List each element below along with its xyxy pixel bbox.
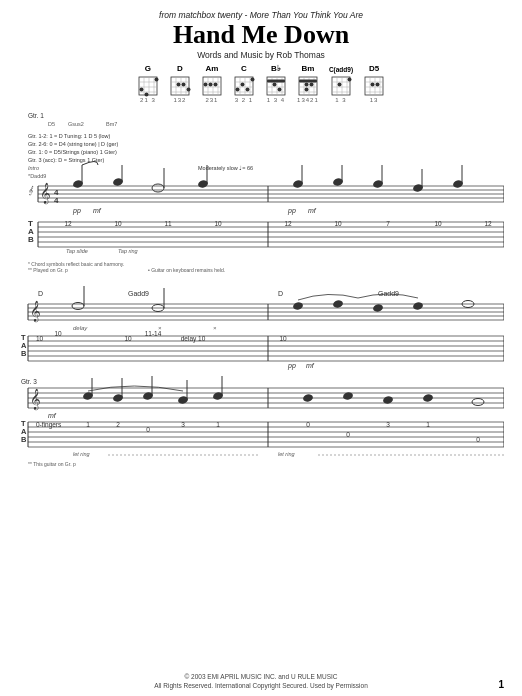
- score-area: Gtr. 1 D5 Gsus2 Bm7 Gtr. 1-2: 1 = D Tuni…: [18, 108, 504, 653]
- svg-text:pp: pp: [287, 362, 296, 370]
- svg-point-8: [144, 92, 148, 96]
- svg-text:Gadd9: Gadd9: [128, 290, 149, 297]
- chord-g: G 21 3: [137, 64, 159, 103]
- svg-point-169: [332, 299, 343, 308]
- footer: © 2003 EMI APRIL MUSIC INC. and U RULE M…: [0, 672, 522, 690]
- svg-text:7: 7: [386, 220, 390, 227]
- svg-text:0-fingers: 0-fingers: [36, 421, 62, 429]
- svg-point-7: [139, 87, 143, 91]
- svg-text:10: 10: [114, 220, 122, 227]
- svg-text:B: B: [21, 349, 27, 358]
- svg-point-170: [372, 303, 383, 312]
- svg-text:1: 1: [216, 421, 220, 428]
- svg-text:Tap slide: Tap slide: [66, 248, 88, 254]
- svg-rect-30: [235, 77, 253, 95]
- svg-text:Gadd9: Gadd9: [378, 290, 399, 297]
- svg-text:0: 0: [146, 426, 150, 433]
- svg-text:12: 12: [484, 220, 492, 227]
- svg-text:2: 2: [116, 421, 120, 428]
- subtitle: from matchbox twenty - More Than You Thi…: [18, 10, 504, 20]
- svg-text:𝄞: 𝄞: [28, 185, 34, 196]
- chord-cadd9: C(add9) 1 3: [329, 66, 353, 103]
- svg-point-61: [304, 87, 308, 91]
- header: from matchbox twenty - More Than You Thi…: [18, 10, 504, 60]
- svg-text:Bm7: Bm7: [106, 121, 117, 127]
- svg-text:3: 3: [386, 421, 390, 428]
- svg-text:Intro: Intro: [28, 165, 39, 171]
- svg-text:10: 10: [214, 220, 222, 227]
- svg-point-17: [176, 82, 180, 86]
- svg-point-49: [272, 82, 276, 86]
- svg-point-27: [203, 82, 207, 86]
- svg-text:D5: D5: [48, 121, 55, 127]
- svg-text:B: B: [28, 235, 34, 244]
- chord-bm: Bm 13421: [297, 64, 319, 103]
- svg-text:𝄞: 𝄞: [30, 300, 41, 323]
- copyright-line2: All Rights Reserved. International Copyr…: [0, 681, 522, 690]
- svg-point-78: [371, 82, 375, 86]
- svg-text:Gtr. 3: Gtr. 3: [21, 378, 37, 385]
- svg-text:mf: mf: [93, 207, 102, 214]
- svg-point-168: [292, 301, 303, 310]
- svg-point-220: [422, 393, 433, 402]
- svg-text:*Dadd9: *Dadd9: [28, 173, 46, 179]
- svg-point-79: [376, 82, 380, 86]
- svg-text:0: 0: [306, 421, 310, 428]
- song-title: Hand Me Down: [18, 21, 504, 50]
- svg-text:10: 10: [434, 220, 442, 227]
- svg-point-70: [347, 77, 351, 81]
- svg-point-69: [337, 82, 341, 86]
- svg-point-221: [472, 398, 484, 405]
- svg-point-40: [250, 77, 254, 81]
- chord-c: C 3 2 1: [233, 64, 255, 103]
- svg-point-60: [309, 82, 313, 86]
- svg-text:1: 1: [426, 421, 430, 428]
- svg-text:pp: pp: [287, 207, 296, 215]
- svg-text:3: 3: [181, 421, 185, 428]
- chord-d: D 132: [169, 64, 191, 103]
- svg-text:12: 12: [284, 220, 292, 227]
- svg-text:11: 11: [164, 220, 172, 227]
- chord-am: Am 231: [201, 64, 223, 103]
- svg-text:Gsus2: Gsus2: [68, 121, 84, 127]
- svg-text:** This guitar on Gr. p: ** This guitar on Gr. p: [28, 461, 76, 467]
- svg-text:• Guitar on keyboard remains h: • Guitar on keyboard remains held.: [148, 267, 225, 273]
- page: from matchbox twenty - More Than You Thi…: [0, 0, 522, 696]
- svg-text:delay: delay: [73, 325, 88, 331]
- svg-point-9: [154, 77, 158, 81]
- svg-text:Gtr. 3 (acc): D = Strings 1 Gt: Gtr. 3 (acc): D = Strings 1 Gter): [28, 157, 104, 163]
- chord-diagrams: G 21 3 D: [18, 64, 504, 103]
- svg-point-171: [412, 301, 423, 310]
- copyright-line1: © 2003 EMI APRIL MUSIC INC. and U RULE M…: [0, 672, 522, 681]
- svg-point-50: [277, 87, 281, 91]
- svg-point-164: [72, 302, 84, 309]
- svg-text:10: 10: [36, 335, 44, 342]
- score-svg: Gtr. 1 D5 Gsus2 Bm7 Gtr. 1-2: 1 = D Tuni…: [18, 108, 504, 638]
- svg-point-18: [181, 82, 185, 86]
- svg-text:0: 0: [346, 431, 350, 438]
- svg-text:10: 10: [334, 220, 342, 227]
- svg-point-37: [235, 87, 239, 91]
- svg-point-39: [245, 87, 249, 91]
- svg-point-59: [304, 82, 308, 86]
- svg-text:** Played on Gr. p: ** Played on Gr. p: [28, 267, 68, 273]
- svg-text:Tap ring: Tap ring: [118, 248, 139, 254]
- svg-text:B: B: [21, 435, 27, 444]
- svg-text:mf: mf: [308, 207, 317, 214]
- svg-rect-0: [139, 77, 157, 95]
- svg-point-28: [208, 82, 212, 86]
- chord-d5: D5 13: [363, 64, 385, 103]
- svg-point-38: [240, 82, 244, 86]
- svg-text:mf: mf: [48, 412, 57, 419]
- svg-point-107: [152, 184, 164, 192]
- svg-text:D: D: [278, 290, 283, 297]
- svg-text:11-14: 11-14: [145, 330, 162, 337]
- svg-text:0: 0: [476, 436, 480, 443]
- svg-text:1: 1: [86, 421, 90, 428]
- svg-text:Gtr. 1-2: 1 = D Tuning: 1 D 5 : Gtr. 1-2: 1 = D Tuning: 1 D 5 (low): [28, 133, 111, 139]
- svg-text:10: 10: [54, 330, 62, 337]
- chord-bb: B♭ 1 3 4: [265, 64, 287, 103]
- svg-rect-58: [299, 79, 317, 82]
- svg-text:delay 10: delay 10: [181, 335, 206, 343]
- svg-rect-62: [332, 77, 350, 95]
